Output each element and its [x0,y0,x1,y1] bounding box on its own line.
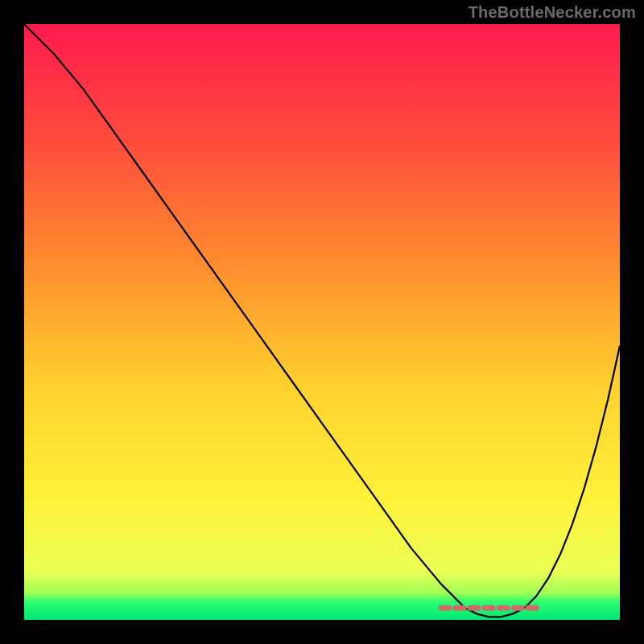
watermark-text: TheBottleNecker.com [469,3,636,22]
chart-frame: TheBottleNecker.com [0,0,644,644]
chart-svg [24,24,620,620]
plot-area [24,24,620,620]
gradient-background [24,24,620,620]
